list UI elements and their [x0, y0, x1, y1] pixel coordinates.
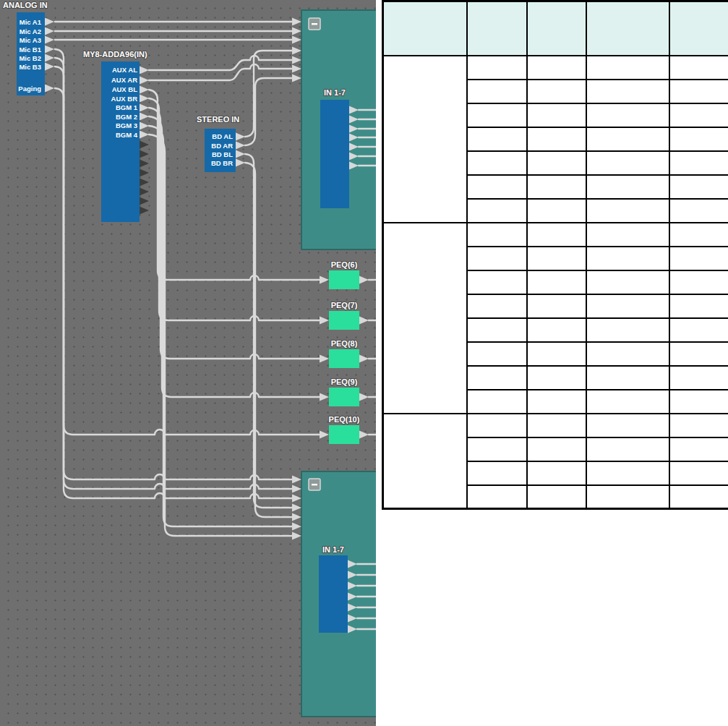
output-arrow-icon[interactable] — [359, 431, 369, 439]
port-arrow-icon[interactable] — [140, 131, 149, 139]
input-arrow-icon[interactable] — [292, 476, 301, 484]
port-arrow-unconnected-icon[interactable] — [140, 188, 149, 196]
input-arrow-icon[interactable] — [292, 65, 301, 73]
port-arrow-icon[interactable] — [140, 67, 149, 74]
input-arrow-icon[interactable] — [292, 27, 301, 35]
wire[interactable] — [149, 134, 292, 536]
table-cell — [586, 247, 669, 270]
port-arrow-icon[interactable] — [140, 86, 149, 94]
port-arrow-icon[interactable] — [236, 159, 245, 167]
port-arrow-icon[interactable] — [45, 63, 54, 71]
input-arrow-icon[interactable] — [320, 276, 329, 284]
block-peq-8[interactable]: PEQ(8) — [320, 339, 369, 368]
port-arrow-icon[interactable] — [140, 104, 149, 112]
block-body[interactable] — [329, 425, 359, 444]
input-arrow-icon[interactable] — [292, 513, 301, 521]
wire[interactable] — [245, 51, 292, 137]
port-arrow-unconnected-icon[interactable] — [140, 141, 149, 149]
port-arrow-unconnected-icon[interactable] — [140, 207, 149, 215]
port-label: AUX BL — [112, 85, 138, 93]
port-arrow-icon[interactable] — [140, 95, 149, 103]
output-stubs[interactable] — [369, 280, 376, 435]
port-arrow-icon[interactable] — [45, 85, 54, 93]
table-cell — [669, 294, 728, 318]
output-arrow-icon[interactable] — [359, 393, 369, 401]
table-cell — [527, 318, 586, 342]
port-arrow-icon[interactable] — [45, 36, 54, 44]
block-peq-7[interactable]: PEQ(7) — [320, 301, 369, 330]
port-label: BGM 2 — [116, 113, 137, 121]
port-arrow-unconnected-icon[interactable] — [140, 160, 149, 168]
block-stereo-in[interactable]: STEREO IN BD AL BD AR BD BL BD BR — [197, 115, 245, 172]
port-arrow-icon[interactable] — [45, 27, 54, 35]
block-analog-in[interactable]: ANALOG IN Mic A1 Mic A2 Mic A3 Mic B1 Mi… — [3, 1, 54, 95]
port-arrow-unconnected-icon[interactable] — [140, 169, 149, 177]
port-arrow-icon[interactable] — [236, 150, 245, 158]
block-title: PEQ(9) — [331, 377, 358, 386]
input-arrow-icon[interactable] — [292, 495, 301, 503]
port-arrow-icon[interactable] — [140, 113, 149, 121]
port-arrow-icon[interactable] — [45, 54, 54, 62]
wire[interactable] — [55, 49, 292, 479]
port-arrow-icon[interactable] — [140, 122, 149, 130]
table-cell — [527, 366, 586, 390]
block-body[interactable] — [329, 349, 359, 368]
wire[interactable] — [245, 78, 292, 145]
input-arrow-icon[interactable] — [292, 523, 301, 531]
input-arrow-icon[interactable] — [292, 56, 301, 64]
input-arrow-icon[interactable] — [320, 393, 329, 401]
input-arrow-icon[interactable] — [320, 355, 329, 363]
output-arrow-icon[interactable] — [359, 355, 369, 363]
output-arrow-icon[interactable] — [359, 276, 369, 284]
wire[interactable] — [55, 67, 292, 498]
input-arrow-icon[interactable] — [292, 532, 301, 540]
table-header-cell — [467, 1, 527, 56]
block-body[interactable] — [329, 388, 359, 406]
input-arrow-icon[interactable] — [292, 504, 301, 512]
table-cell — [586, 294, 669, 318]
input-arrow-icon[interactable] — [320, 431, 329, 439]
block-body[interactable] — [319, 555, 348, 633]
design-canvas[interactable]: ANALOG IN Mic A1 Mic A2 Mic A3 Mic B1 Mi… — [0, 0, 376, 726]
wire[interactable] — [245, 154, 292, 508]
block-peq-10[interactable]: PEQ(10) — [320, 415, 369, 444]
table-row — [383, 223, 728, 247]
wire[interactable] — [245, 163, 292, 517]
table-cell — [586, 56, 669, 80]
port-arrow-icon[interactable] — [236, 133, 245, 141]
port-label: AUX BR — [111, 95, 138, 103]
table-cell — [467, 318, 527, 342]
block-body[interactable] — [329, 311, 359, 330]
table-cell — [467, 414, 527, 437]
block-title: PEQ(8) — [331, 339, 358, 348]
input-arrow-icon[interactable] — [292, 18, 301, 26]
wire[interactable] — [55, 88, 320, 435]
table-header-cell — [383, 1, 467, 56]
block-my8-adda96[interactable]: MY8-ADDA96(IN) AUX AL AUX AR AUX BL AUX … — [83, 50, 149, 222]
wire[interactable] — [55, 58, 292, 489]
wire[interactable] — [149, 126, 292, 526]
table-cell — [586, 270, 669, 294]
block-peq-6[interactable]: PEQ(6) — [320, 260, 369, 289]
port-arrow-icon[interactable] — [45, 18, 54, 26]
input-arrow-icon[interactable] — [292, 74, 301, 82]
port-arrow-icon[interactable] — [140, 77, 149, 85]
port-label: BD AL — [212, 132, 233, 140]
input-arrow-icon[interactable] — [292, 36, 301, 44]
block-peq-9[interactable]: PEQ(9) — [320, 377, 369, 406]
port-arrow-unconnected-icon[interactable] — [140, 150, 149, 158]
block-body[interactable] — [329, 270, 359, 289]
output-arrow-icon[interactable] — [359, 317, 369, 325]
input-arrow-icon[interactable] — [292, 485, 301, 493]
input-arrow-icon[interactable] — [320, 317, 329, 325]
port-arrow-icon[interactable] — [236, 142, 245, 150]
collapse-button-top[interactable] — [309, 18, 320, 30]
port-arrow-unconnected-icon[interactable] — [140, 197, 149, 205]
collapse-button-bottom[interactable] — [309, 479, 320, 490]
block-body[interactable] — [320, 100, 349, 208]
port-arrow-unconnected-icon[interactable] — [140, 179, 149, 187]
table-cell — [527, 56, 586, 80]
port-arrow-icon[interactable] — [45, 46, 54, 54]
input-arrow-icon[interactable] — [292, 47, 301, 55]
table-cell — [467, 366, 527, 390]
